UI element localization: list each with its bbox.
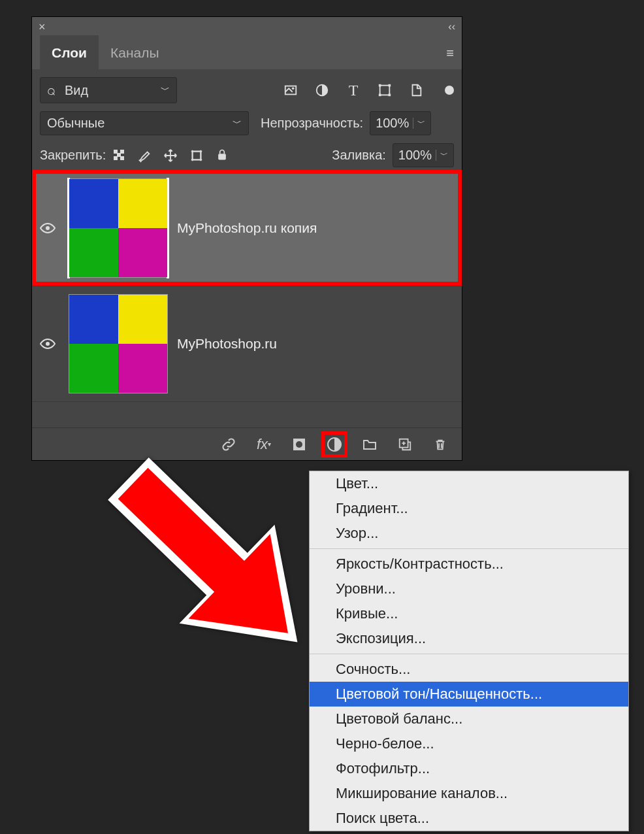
lock-brush-icon[interactable]: [137, 148, 152, 163]
text-filter-icon[interactable]: T: [346, 82, 361, 98]
fx-icon[interactable]: fx▾: [255, 436, 272, 453]
panel-tabs: Слои Каналы ≡: [32, 37, 462, 69]
filter-row: Вид ﹀ T: [40, 77, 454, 103]
layer-name-label[interactable]: MyPhotoshop.ru копия: [177, 220, 317, 236]
blend-mode-combo[interactable]: Обычные ﹀: [40, 111, 249, 135]
menu-item[interactable]: Узор...: [310, 521, 628, 546]
shape-filter-icon[interactable]: [377, 82, 393, 98]
menu-item[interactable]: Черно-белое...: [310, 731, 628, 756]
menu-item[interactable]: Кривые...: [310, 601, 628, 626]
adjustment-dropdown-menu: Цвет... Градиент... Узор... Яркость/Конт…: [309, 471, 629, 831]
menu-item[interactable]: Яркость/Контрастность...: [310, 552, 628, 576]
add-mask-icon[interactable]: [291, 436, 308, 453]
fill-value-combo[interactable]: 100% ﹀: [393, 143, 454, 167]
lock-row: Закрепить: Заливка: 100% ﹀: [40, 143, 454, 167]
menu-item[interactable]: Градиент...: [310, 496, 628, 521]
svg-rect-3: [380, 86, 390, 95]
panel-titlebar: × ‹‹: [32, 17, 462, 37]
svg-marker-28: [189, 534, 329, 675]
filter-toggle-icon[interactable]: [445, 86, 454, 95]
chevron-down-icon: ﹀: [413, 118, 425, 129]
blend-row: Обычные ﹀ Непрозрачность: 100% ﹀: [40, 111, 454, 135]
menu-separator: [310, 548, 628, 549]
panel-menu-icon[interactable]: ≡: [446, 46, 454, 61]
visibility-eye-icon[interactable]: [40, 336, 59, 352]
close-icon[interactable]: ×: [39, 20, 46, 34]
lock-artboard-icon[interactable]: [189, 148, 204, 163]
smartobject-filter-icon[interactable]: [408, 82, 424, 98]
lock-label: Закрепить:: [40, 148, 106, 163]
svg-point-20: [46, 342, 50, 346]
svg-rect-27: [118, 468, 254, 601]
layer-name-label[interactable]: MyPhotoshop.ru: [177, 336, 277, 352]
search-kind-combo[interactable]: Вид ﹀: [40, 77, 177, 103]
fill-value: 100%: [398, 148, 432, 163]
layers-panel: × ‹‹ Слои Каналы ≡ Вид ﹀ T Обычные: [31, 16, 462, 461]
menu-item[interactable]: Поиск цвета...: [310, 806, 628, 831]
chevron-down-icon: ﹀: [436, 150, 448, 161]
collapse-icon[interactable]: ‹‹: [448, 21, 455, 33]
menu-item-hue-saturation[interactable]: Цветовой тон/Насыщенность...: [310, 682, 628, 707]
menu-separator: [310, 654, 628, 654]
svg-rect-13: [193, 151, 201, 159]
visibility-eye-icon[interactable]: [40, 220, 59, 236]
layer-row[interactable]: MyPhotoshop.ru копия: [32, 170, 462, 286]
lock-pixels-icon[interactable]: [112, 148, 125, 163]
filter-icons: T: [283, 82, 454, 98]
lock-move-icon[interactable]: [163, 148, 178, 163]
menu-item[interactable]: Фотофильтр...: [310, 756, 628, 781]
lock-icons: [112, 148, 229, 163]
svg-point-1: [292, 87, 295, 90]
svg-rect-5: [389, 84, 391, 87]
menu-item[interactable]: Уровни...: [310, 576, 628, 601]
menu-item[interactable]: Цвет...: [310, 471, 628, 496]
opacity-value-combo[interactable]: 100% ﹀: [370, 111, 431, 135]
tab-layers[interactable]: Слои: [40, 35, 99, 71]
layer-thumbnail[interactable]: [69, 178, 168, 278]
svg-rect-12: [120, 156, 124, 160]
svg-point-19: [46, 226, 50, 230]
layer-thumbnail[interactable]: [69, 294, 168, 393]
pixel-filter-icon[interactable]: [283, 82, 298, 98]
svg-rect-6: [379, 94, 381, 97]
menu-item[interactable]: Экспозиция...: [310, 626, 628, 651]
menu-item[interactable]: Цветовой баланс...: [310, 707, 628, 731]
adjustment-filter-icon[interactable]: [314, 82, 330, 98]
menu-item[interactable]: Сочность...: [310, 657, 628, 682]
svg-rect-7: [389, 94, 391, 97]
opacity-label: Непрозрачность:: [261, 116, 363, 131]
svg-point-22: [296, 441, 302, 448]
link-layers-icon[interactable]: [220, 436, 237, 453]
fill-label: Заливка:: [332, 148, 386, 163]
new-group-icon[interactable]: [361, 436, 378, 453]
panel-footer: fx▾: [32, 427, 462, 460]
layer-row[interactable]: MyPhotoshop.ru: [32, 286, 462, 401]
tab-channels[interactable]: Каналы: [99, 35, 171, 71]
svg-rect-18: [219, 154, 227, 159]
svg-rect-11: [114, 156, 118, 160]
svg-rect-25: [108, 458, 257, 605]
panel-body: Вид ﹀ T Обычные ﹀ Непрозрачность: 100% ﹀: [32, 69, 462, 427]
new-layer-icon[interactable]: [396, 436, 413, 453]
search-kind-label: Вид: [65, 83, 88, 98]
blend-mode-value: Обычные: [47, 116, 105, 131]
layers-list: MyPhotoshop.ru копия MyPhotoshop.ru: [32, 170, 462, 427]
delete-layer-icon[interactable]: [432, 436, 449, 453]
opacity-value: 100%: [376, 116, 409, 131]
adjustment-layer-icon[interactable]: [326, 436, 343, 453]
chevron-down-icon: ﹀: [233, 118, 242, 129]
menu-item[interactable]: Микширование каналов...: [310, 781, 628, 806]
lock-all-icon[interactable]: [216, 148, 229, 163]
chevron-down-icon: ﹀: [161, 84, 170, 96]
svg-rect-4: [379, 84, 381, 87]
